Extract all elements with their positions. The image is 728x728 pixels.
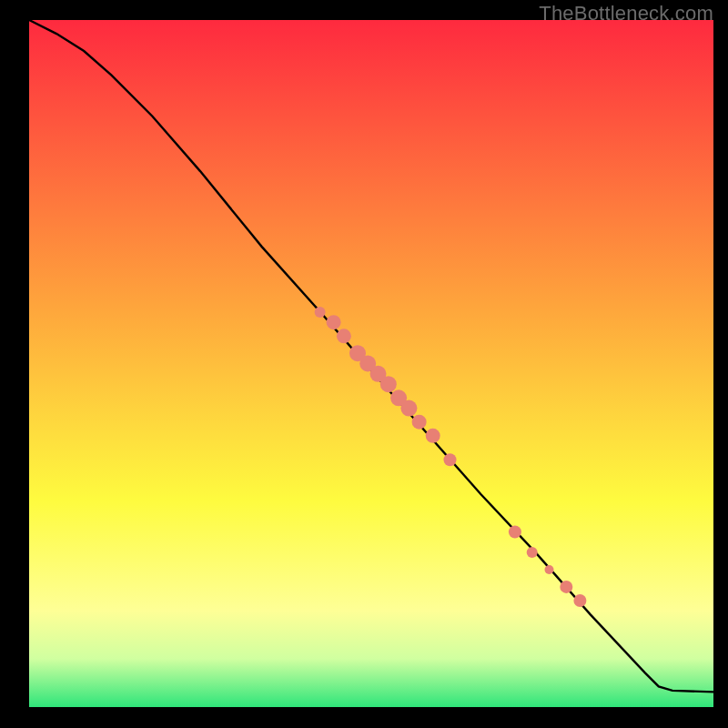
data-point	[444, 453, 457, 466]
data-point	[560, 581, 572, 593]
data-point	[400, 400, 417, 417]
data-point	[509, 526, 521, 539]
bottleneck-chart	[29, 20, 713, 707]
data-point	[380, 376, 397, 392]
data-point	[337, 329, 351, 343]
data-point	[573, 594, 586, 607]
chart-frame	[29, 20, 713, 707]
data-point	[545, 565, 554, 574]
data-point	[412, 415, 427, 430]
data-point	[315, 307, 326, 318]
data-point	[426, 429, 440, 443]
data-point	[527, 547, 538, 558]
data-point	[327, 315, 341, 329]
